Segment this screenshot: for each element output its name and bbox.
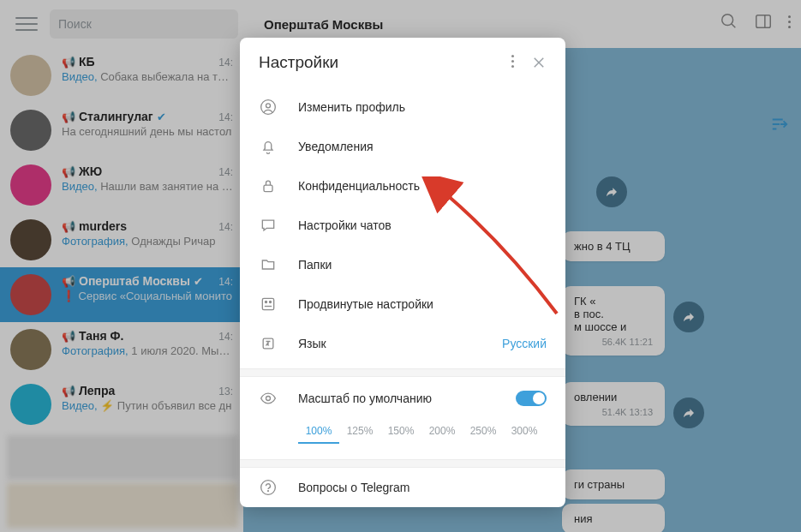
lock-icon: [259, 176, 278, 195]
chat-item[interactable]: 📢 Оперштаб Москвы ✔ ❗ Сервис «Социальный…: [0, 267, 243, 322]
modal-close-icon[interactable]: [531, 55, 547, 70]
svg-line-1: [732, 24, 736, 28]
chat-name: Лепра: [79, 384, 115, 398]
chat-preview: Видео, Собака выбежала на трек: [62, 70, 233, 83]
chat-title[interactable]: Оперштаб Москвы: [264, 17, 383, 32]
chat-preview: Фотография, 1 июля 2020. Мы по: [62, 344, 233, 357]
settings-item-bell[interactable]: Уведомления: [240, 127, 565, 166]
message-bubble[interactable]: овлении51.4K 13:13: [562, 382, 665, 426]
chat-time: 14:: [218, 57, 233, 69]
chat-name: Таня Ф.: [79, 329, 123, 343]
sidebar-icon[interactable]: [754, 12, 773, 31]
avatar: [10, 384, 51, 425]
zoom-option[interactable]: 125%: [339, 420, 380, 444]
avatar: [10, 274, 51, 315]
zoom-option[interactable]: 250%: [463, 420, 504, 444]
settings-item-faq[interactable]: Вопросы о Telegram: [240, 468, 565, 507]
svg-point-14: [261, 481, 276, 495]
svg-point-11: [270, 302, 272, 303]
svg-point-0: [722, 15, 733, 26]
message-bubble[interactable]: ги страны: [562, 469, 665, 499]
chat-item[interactable]: 📢 Сталингулаг ✔ На сегодняшний день мы н…: [0, 103, 243, 158]
bell-icon: [259, 137, 278, 156]
share-button[interactable]: [673, 302, 704, 332]
settings-label: Изменить профиль: [298, 100, 547, 114]
msg-views: 56.4K: [602, 337, 627, 347]
message-bubble[interactable]: ния: [562, 504, 665, 532]
faq-label: Вопросы о Telegram: [298, 481, 547, 494]
message-bubble[interactable]: жно в 4 ТЦ: [562, 231, 665, 261]
help-icon: [259, 478, 278, 497]
share-button[interactable]: [596, 176, 627, 207]
settings-item-folder[interactable]: Папки: [240, 245, 565, 284]
search-icon[interactable]: [720, 12, 738, 31]
share-button[interactable]: [673, 398, 704, 428]
svg-point-7: [266, 104, 271, 108]
svg-rect-2: [756, 15, 771, 28]
svg-point-13: [266, 397, 271, 401]
zoom-option[interactable]: 300%: [504, 420, 545, 444]
svg-rect-9: [262, 298, 273, 309]
search-placeholder: Поиск: [58, 17, 92, 31]
chat-name: murders: [79, 219, 127, 233]
chat-time: 14:: [218, 276, 233, 288]
channel-icon: 📢: [62, 111, 75, 123]
message-bubble[interactable]: ГК «в пос.м шоссе и56.4K 11:21: [562, 286, 665, 356]
chat-time: 14:: [218, 111, 233, 123]
channel-icon: 📢: [62, 165, 75, 178]
zoom-toggle[interactable]: [516, 391, 547, 406]
chat-name: КБ: [79, 55, 95, 69]
channel-icon: 📢: [62, 275, 75, 288]
settings-item-profile[interactable]: Изменить профиль: [240, 87, 565, 127]
channel-icon: 📢: [62, 330, 75, 343]
lang-icon: [259, 334, 278, 353]
svg-rect-8: [264, 185, 272, 192]
channel-icon: 📢: [62, 220, 75, 233]
eye-icon: [259, 389, 278, 408]
msg-time: 11:21: [629, 337, 653, 347]
search-input[interactable]: Поиск: [50, 9, 238, 39]
menu-icon[interactable]: [15, 15, 38, 33]
avatar: [10, 55, 51, 96]
channel-icon: 📢: [62, 385, 75, 398]
chat-item[interactable]: 📢 Лепра Видео, ⚡ Путин объявил все дн 13…: [0, 377, 243, 432]
settings-label: Продвинутые настройки: [298, 297, 547, 311]
chat-preview: На сегодняшний день мы настол: [62, 125, 233, 138]
chat-item[interactable]: 📢 Таня Ф. Фотография, 1 июля 2020. Мы по…: [0, 322, 243, 377]
zoom-option[interactable]: 200%: [421, 420, 463, 444]
blurred-chat: [7, 435, 238, 480]
chat-preview: Фотография, Однажды Ричар: [62, 235, 233, 248]
msg-views: 51.4K: [602, 407, 627, 417]
chat-item[interactable]: 📢 КБ Видео, Собака выбежала на трек 14:: [0, 48, 243, 103]
zoom-option[interactable]: 100%: [298, 420, 339, 444]
chat-time: 14:: [218, 331, 233, 343]
avatar: [10, 329, 51, 370]
chat-time: 13:: [218, 386, 233, 398]
zoom-option[interactable]: 150%: [380, 420, 421, 444]
settings-label: Уведомления: [298, 140, 547, 153]
chat-name: ЖЮ: [79, 164, 102, 178]
zoom-label: Масштаб по умолчанию: [298, 392, 495, 405]
settings-item-sliders[interactable]: Продвинутые настройки: [240, 284, 565, 324]
avatar: [10, 164, 51, 206]
chat-time: 14:: [218, 221, 233, 233]
chat-name: Сталингулаг: [79, 110, 153, 123]
verified-icon: ✔: [194, 275, 203, 288]
msg-time: 13:13: [629, 407, 653, 417]
settings-item-chat[interactable]: Настройки чатов: [240, 206, 565, 245]
more-icon[interactable]: [788, 15, 791, 28]
channel-icon: 📢: [62, 56, 75, 69]
sort-icon[interactable]: [770, 115, 789, 134]
settings-label: Язык: [298, 337, 481, 350]
chat-item[interactable]: 📢 ЖЮ Видео, Нашли вам занятие на ве 14:: [0, 158, 243, 212]
svg-point-10: [266, 302, 267, 303]
settings-item-lang[interactable]: Язык Русский: [240, 324, 565, 363]
chat-preview: ❗ Сервис «Социальный монито: [62, 290, 233, 302]
chat-time: 14:: [218, 166, 233, 178]
settings-item-lock[interactable]: Конфиденциальность: [240, 166, 565, 206]
modal-more-icon[interactable]: [511, 55, 514, 70]
chat-item[interactable]: 📢 murders Фотография, Однажды Ричар 14:: [0, 212, 243, 267]
chat-preview: Видео, ⚡ Путин объявил все дн: [62, 399, 233, 412]
chat-name: Оперштаб Москвы: [79, 274, 190, 288]
sliders-icon: [259, 295, 278, 314]
